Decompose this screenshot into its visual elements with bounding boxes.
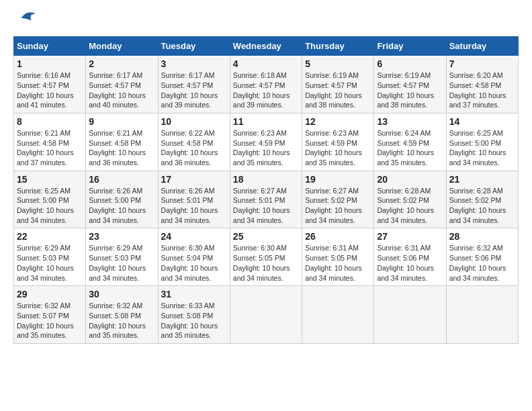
day-info: Sunrise: 6:28 AM Sunset: 5:02 PM Dayligh… xyxy=(377,186,443,226)
calendar-cell xyxy=(302,286,374,344)
calendar-cell: 3Sunrise: 6:17 AM Sunset: 4:57 PM Daylig… xyxy=(158,56,230,113)
calendar-cell: 26Sunrise: 6:31 AM Sunset: 5:05 PM Dayli… xyxy=(302,228,374,286)
day-number: 30 xyxy=(89,289,154,300)
day-number: 9 xyxy=(89,116,154,127)
day-info: Sunrise: 6:17 AM Sunset: 4:57 PM Dayligh… xyxy=(89,71,154,110)
calendar-cell: 22Sunrise: 6:29 AM Sunset: 5:03 PM Dayli… xyxy=(14,228,86,286)
calendar-cell: 29Sunrise: 6:32 AM Sunset: 5:07 PM Dayli… xyxy=(14,286,86,344)
day-number: 31 xyxy=(161,289,227,300)
day-info: Sunrise: 6:30 AM Sunset: 5:04 PM Dayligh… xyxy=(161,243,227,283)
week-row-2: 8Sunrise: 6:21 AM Sunset: 4:58 PM Daylig… xyxy=(14,113,519,171)
calendar-cell: 7Sunrise: 6:20 AM Sunset: 4:58 PM Daylig… xyxy=(446,56,518,113)
day-number: 2 xyxy=(89,58,154,69)
day-info: Sunrise: 6:27 AM Sunset: 5:01 PM Dayligh… xyxy=(233,186,299,226)
col-header-thursday: Thursday xyxy=(302,37,374,56)
day-info: Sunrise: 6:20 AM Sunset: 4:58 PM Dayligh… xyxy=(449,71,515,110)
day-number: 8 xyxy=(17,116,83,127)
col-header-friday: Friday xyxy=(374,37,446,56)
day-number: 18 xyxy=(233,174,299,185)
day-info: Sunrise: 6:17 AM Sunset: 4:57 PM Dayligh… xyxy=(161,71,227,110)
day-number: 27 xyxy=(377,231,443,242)
calendar-cell: 23Sunrise: 6:29 AM Sunset: 5:03 PM Dayli… xyxy=(86,228,158,286)
day-info: Sunrise: 6:24 AM Sunset: 4:59 PM Dayligh… xyxy=(377,128,443,168)
calendar-cell: 30Sunrise: 6:32 AM Sunset: 5:08 PM Dayli… xyxy=(86,286,158,344)
day-info: Sunrise: 6:16 AM Sunset: 4:57 PM Dayligh… xyxy=(17,71,83,110)
calendar-cell: 24Sunrise: 6:30 AM Sunset: 5:04 PM Dayli… xyxy=(158,228,230,286)
calendar-cell: 10Sunrise: 6:22 AM Sunset: 4:58 PM Dayli… xyxy=(158,113,230,171)
calendar-cell xyxy=(230,286,302,344)
day-number: 16 xyxy=(89,174,154,185)
day-number: 15 xyxy=(17,174,83,185)
day-number: 11 xyxy=(233,116,299,127)
day-number: 6 xyxy=(377,58,443,69)
day-info: Sunrise: 6:22 AM Sunset: 4:58 PM Dayligh… xyxy=(161,128,227,168)
day-number: 3 xyxy=(161,58,227,69)
day-number: 21 xyxy=(449,174,515,185)
day-number: 25 xyxy=(233,231,299,242)
calendar-cell: 25Sunrise: 6:30 AM Sunset: 5:05 PM Dayli… xyxy=(230,228,302,286)
calendar-cell: 9Sunrise: 6:21 AM Sunset: 4:58 PM Daylig… xyxy=(86,113,158,171)
day-info: Sunrise: 6:31 AM Sunset: 5:05 PM Dayligh… xyxy=(305,243,371,283)
col-header-tuesday: Tuesday xyxy=(158,37,230,56)
day-number: 10 xyxy=(161,116,227,127)
day-info: Sunrise: 6:26 AM Sunset: 5:00 PM Dayligh… xyxy=(89,186,154,226)
day-number: 20 xyxy=(377,174,443,185)
page-header xyxy=(13,13,519,30)
day-number: 26 xyxy=(305,231,371,242)
day-number: 13 xyxy=(377,116,443,127)
day-info: Sunrise: 6:29 AM Sunset: 5:03 PM Dayligh… xyxy=(89,243,154,283)
day-info: Sunrise: 6:30 AM Sunset: 5:05 PM Dayligh… xyxy=(233,243,299,283)
week-row-5: 29Sunrise: 6:32 AM Sunset: 5:07 PM Dayli… xyxy=(14,286,519,344)
col-header-sunday: Sunday xyxy=(14,37,86,56)
day-info: Sunrise: 6:19 AM Sunset: 4:57 PM Dayligh… xyxy=(305,71,371,110)
day-info: Sunrise: 6:32 AM Sunset: 5:06 PM Dayligh… xyxy=(449,243,515,283)
calendar-cell: 4Sunrise: 6:18 AM Sunset: 4:57 PM Daylig… xyxy=(230,56,302,113)
calendar-cell xyxy=(446,286,518,344)
col-header-saturday: Saturday xyxy=(446,37,518,56)
day-info: Sunrise: 6:27 AM Sunset: 5:02 PM Dayligh… xyxy=(305,186,371,226)
week-row-4: 22Sunrise: 6:29 AM Sunset: 5:03 PM Dayli… xyxy=(14,228,519,286)
calendar-table: SundayMondayTuesdayWednesdayThursdayFrid… xyxy=(13,36,519,344)
day-info: Sunrise: 6:31 AM Sunset: 5:06 PM Dayligh… xyxy=(377,243,443,283)
calendar-cell xyxy=(374,286,446,344)
calendar-cell: 21Sunrise: 6:28 AM Sunset: 5:02 PM Dayli… xyxy=(446,171,518,228)
calendar-cell: 12Sunrise: 6:23 AM Sunset: 4:59 PM Dayli… xyxy=(302,113,374,171)
day-info: Sunrise: 6:23 AM Sunset: 4:59 PM Dayligh… xyxy=(233,128,299,168)
calendar-cell: 11Sunrise: 6:23 AM Sunset: 4:59 PM Dayli… xyxy=(230,113,302,171)
day-info: Sunrise: 6:29 AM Sunset: 5:03 PM Dayligh… xyxy=(17,243,83,283)
day-number: 28 xyxy=(449,231,515,242)
day-info: Sunrise: 6:21 AM Sunset: 4:58 PM Dayligh… xyxy=(17,128,83,168)
calendar-cell: 27Sunrise: 6:31 AM Sunset: 5:06 PM Dayli… xyxy=(374,228,446,286)
calendar-cell: 19Sunrise: 6:27 AM Sunset: 5:02 PM Dayli… xyxy=(302,171,374,228)
week-row-1: 1Sunrise: 6:16 AM Sunset: 4:57 PM Daylig… xyxy=(14,56,519,113)
day-info: Sunrise: 6:33 AM Sunset: 5:08 PM Dayligh… xyxy=(161,301,227,340)
calendar-cell: 31Sunrise: 6:33 AM Sunset: 5:08 PM Dayli… xyxy=(158,286,230,344)
calendar-cell: 16Sunrise: 6:26 AM Sunset: 5:00 PM Dayli… xyxy=(86,171,158,228)
day-info: Sunrise: 6:19 AM Sunset: 4:57 PM Dayligh… xyxy=(377,71,443,110)
calendar-cell: 8Sunrise: 6:21 AM Sunset: 4:58 PM Daylig… xyxy=(14,113,86,171)
day-info: Sunrise: 6:21 AM Sunset: 4:58 PM Dayligh… xyxy=(89,128,154,168)
header-row: SundayMondayTuesdayWednesdayThursdayFrid… xyxy=(14,37,519,56)
day-number: 29 xyxy=(17,289,83,300)
calendar-cell: 28Sunrise: 6:32 AM Sunset: 5:06 PM Dayli… xyxy=(446,228,518,286)
day-info: Sunrise: 6:32 AM Sunset: 5:08 PM Dayligh… xyxy=(89,301,154,340)
calendar-cell: 14Sunrise: 6:25 AM Sunset: 5:00 PM Dayli… xyxy=(446,113,518,171)
logo-bird-icon xyxy=(16,8,36,28)
day-info: Sunrise: 6:25 AM Sunset: 5:00 PM Dayligh… xyxy=(449,128,515,168)
logo xyxy=(13,13,36,30)
day-number: 5 xyxy=(305,58,371,69)
day-number: 4 xyxy=(233,58,299,69)
day-number: 7 xyxy=(449,58,515,69)
day-number: 12 xyxy=(305,116,371,127)
day-number: 14 xyxy=(449,116,515,127)
day-number: 23 xyxy=(89,231,154,242)
calendar-cell: 13Sunrise: 6:24 AM Sunset: 4:59 PM Dayli… xyxy=(374,113,446,171)
calendar-cell: 15Sunrise: 6:25 AM Sunset: 5:00 PM Dayli… xyxy=(14,171,86,228)
day-info: Sunrise: 6:25 AM Sunset: 5:00 PM Dayligh… xyxy=(17,186,83,226)
day-info: Sunrise: 6:23 AM Sunset: 4:59 PM Dayligh… xyxy=(305,128,371,168)
calendar-cell: 6Sunrise: 6:19 AM Sunset: 4:57 PM Daylig… xyxy=(374,56,446,113)
day-info: Sunrise: 6:18 AM Sunset: 4:57 PM Dayligh… xyxy=(233,71,299,110)
col-header-monday: Monday xyxy=(86,37,158,56)
day-number: 19 xyxy=(305,174,371,185)
calendar-cell: 18Sunrise: 6:27 AM Sunset: 5:01 PM Dayli… xyxy=(230,171,302,228)
